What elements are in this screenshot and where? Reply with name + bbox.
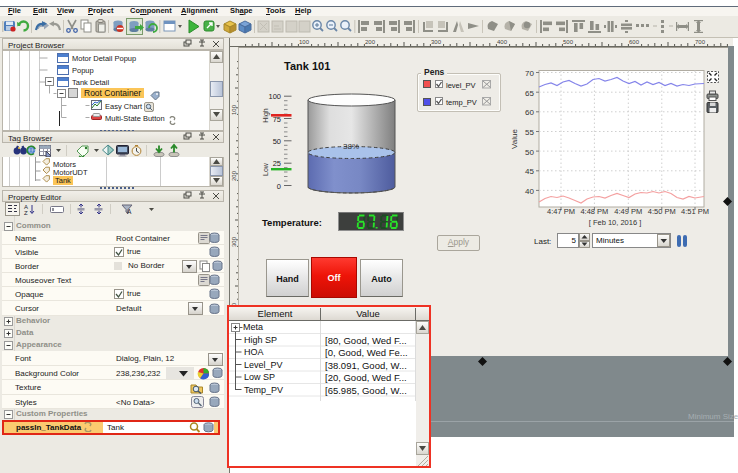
svg-text:Value: Value xyxy=(510,129,519,149)
svg-text:[ Feb 10, 2016 ]: [ Feb 10, 2016 ] xyxy=(589,218,642,227)
svg-text:100: 100 xyxy=(231,104,237,115)
svg-text:25: 25 xyxy=(273,159,281,168)
svg-text:4:51 PM: 4:51 PM xyxy=(681,207,709,216)
svg-text:700: 700 xyxy=(695,39,706,45)
svg-text:300: 300 xyxy=(431,39,442,45)
svg-text:100: 100 xyxy=(299,39,310,45)
svg-text:4:49 PM: 4:49 PM xyxy=(614,207,642,216)
svg-text:0: 0 xyxy=(277,182,281,191)
svg-text:50: 50 xyxy=(525,148,534,157)
svg-text:High: High xyxy=(262,108,270,123)
svg-text:Low: Low xyxy=(262,162,269,176)
svg-text:500: 500 xyxy=(563,39,574,45)
svg-text:60: 60 xyxy=(525,108,534,117)
svg-text:65: 65 xyxy=(525,89,534,98)
svg-text:200: 200 xyxy=(365,39,376,45)
svg-text:45: 45 xyxy=(525,167,534,176)
svg-text:200: 200 xyxy=(231,170,237,181)
svg-text:4:48 PM: 4:48 PM xyxy=(580,207,608,216)
svg-text:100: 100 xyxy=(268,92,281,101)
svg-text:600: 600 xyxy=(629,39,640,45)
svg-text:40: 40 xyxy=(525,187,534,196)
svg-text:A: A xyxy=(127,208,132,215)
svg-text:400: 400 xyxy=(497,39,508,45)
svg-text:70: 70 xyxy=(525,69,534,78)
svg-text:50: 50 xyxy=(273,137,281,146)
svg-text:4:47 PM: 4:47 PM xyxy=(547,207,575,216)
svg-text:300: 300 xyxy=(231,236,237,247)
svg-text:55: 55 xyxy=(525,128,534,137)
svg-text:4:50 PM: 4:50 PM xyxy=(648,207,676,216)
